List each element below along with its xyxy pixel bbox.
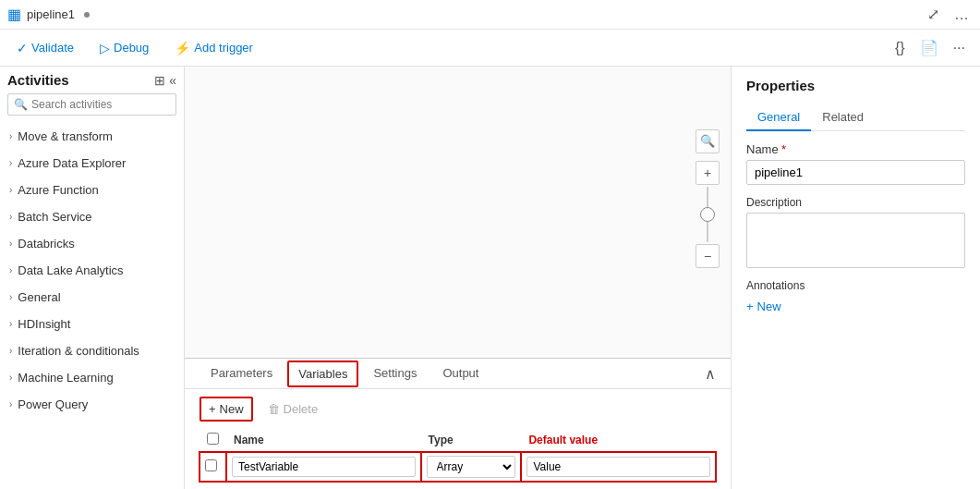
add-annotation-button[interactable]: + New: [746, 298, 965, 315]
tab-variables[interactable]: Variables: [287, 361, 358, 387]
doc-button[interactable]: 📄: [916, 35, 942, 60]
properties-title: Properties: [746, 78, 965, 93]
tab-settings-label: Settings: [373, 366, 417, 380]
props-tab-general[interactable]: General: [746, 104, 811, 131]
toolbar-more-button[interactable]: ···: [950, 36, 969, 60]
row-checkbox[interactable]: [205, 459, 217, 471]
table-header: Name Type Default value: [200, 429, 716, 452]
sidebar-item-label: Data Lake Analytics: [18, 263, 123, 277]
row-default-cell: [521, 452, 716, 483]
add-trigger-button[interactable]: ⚡ Add trigger: [169, 37, 259, 59]
validate-button[interactable]: ✓ Validate: [11, 37, 79, 59]
chevron-icon: ›: [9, 346, 12, 356]
new-icon: +: [209, 402, 216, 416]
chevron-icon: ›: [9, 212, 12, 222]
sidebar-item-label: Iteration & conditionals: [18, 344, 139, 358]
sidebar-item-databricks[interactable]: › Databricks: [0, 230, 184, 257]
collapse-button[interactable]: ∧: [705, 365, 716, 383]
sidebar-item-label: General: [18, 290, 60, 304]
props-tab-related[interactable]: Related: [811, 104, 875, 131]
description-label: Description: [746, 196, 965, 209]
tab-parameters-label: Parameters: [211, 366, 272, 380]
description-textarea[interactable]: [746, 213, 965, 268]
chevron-icon: ›: [9, 265, 12, 275]
th-type: Type: [421, 429, 522, 452]
select-all-checkbox[interactable]: [207, 433, 219, 445]
zoom-slider-thumb[interactable]: [700, 207, 715, 222]
chevron-icon: ›: [9, 158, 12, 168]
code-button[interactable]: {}: [891, 36, 909, 60]
delete-variable-button[interactable]: 🗑 Delete: [260, 398, 326, 420]
variables-table: Name Type Default value: [200, 429, 716, 482]
properties-panel: Properties General Related Name * Descri…: [731, 67, 980, 489]
chevron-icon: ›: [9, 319, 12, 329]
bottom-panel: Parameters Variables Settings Output ∧ +: [185, 358, 731, 489]
sidebar-title: Activities: [7, 72, 69, 88]
properties-tabs: General Related: [746, 104, 965, 131]
sidebar-item-label: Move & transform: [18, 129, 113, 143]
zoom-in-button[interactable]: +: [696, 161, 720, 185]
search-icon: 🔍: [14, 98, 28, 111]
variable-name-input[interactable]: [232, 457, 416, 477]
sidebar-header: Activities ⊞ «: [0, 67, 184, 93]
annotations-label: Annotations: [746, 279, 965, 292]
sidebar-item-azure-data-explorer[interactable]: › Azure Data Explorer: [0, 150, 184, 177]
row-name-cell: [226, 452, 421, 483]
sidebar-collapse-icon[interactable]: «: [169, 73, 176, 88]
debug-button[interactable]: ▷ Debug: [94, 37, 154, 59]
canvas-main[interactable]: 🔍 + −: [185, 67, 731, 358]
canvas-area: 🔍 + − Parameters Variables Settings: [185, 67, 731, 489]
sidebar-item-power-query[interactable]: › Power Query: [0, 391, 184, 418]
search-box: 🔍: [7, 93, 176, 116]
tab-settings[interactable]: Settings: [362, 359, 428, 389]
variable-type-select[interactable]: Array String Boolean: [427, 456, 516, 478]
canvas-controls: 🔍 + −: [696, 129, 720, 268]
unsaved-dot: [84, 12, 90, 18]
sidebar-item-general[interactable]: › General: [0, 284, 184, 311]
variable-default-input[interactable]: [526, 457, 710, 477]
sidebar-list: › Move & transform › Azure Data Explorer…: [0, 123, 184, 489]
tab-output[interactable]: Output: [431, 359, 490, 389]
name-label: Name *: [746, 142, 965, 156]
sidebar-header-icons: ⊞ «: [154, 73, 176, 88]
zoom-out-button[interactable]: −: [696, 244, 720, 268]
trigger-icon: ⚡: [175, 41, 190, 55]
sidebar-filter-icon[interactable]: ⊞: [154, 73, 165, 88]
name-input[interactable]: [746, 160, 965, 185]
topbar-more-button[interactable]: …: [950, 5, 973, 25]
table-body: Array String Boolean: [200, 452, 716, 483]
chevron-icon: ›: [9, 373, 12, 383]
name-required: *: [781, 142, 786, 156]
expand-button[interactable]: ⤢: [924, 4, 943, 25]
tab-output-label: Output: [442, 366, 478, 380]
sidebar-item-label: Azure Data Explorer: [18, 156, 126, 170]
sidebar-item-label: Machine Learning: [18, 371, 113, 385]
th-default-value: Default value: [521, 429, 716, 452]
sidebar-item-azure-function[interactable]: › Azure Function: [0, 177, 184, 203]
tab-parameters[interactable]: Parameters: [200, 359, 284, 389]
delete-icon: 🗑: [268, 402, 280, 416]
sidebar-item-machine-learning[interactable]: › Machine Learning: [0, 364, 184, 391]
main-layout: Activities ⊞ « 🔍 › Move & transform › Az…: [0, 67, 980, 489]
debug-label: Debug: [114, 41, 149, 55]
sidebar-item-iteration-conditionals[interactable]: › Iteration & conditionals: [0, 337, 184, 364]
table-row: Array String Boolean: [200, 452, 716, 483]
validate-icon: ✓: [17, 41, 28, 55]
zoom-slider-track: [707, 187, 708, 242]
sidebar-item-data-lake-analytics[interactable]: › Data Lake Analytics: [0, 257, 184, 284]
sidebar-item-batch-service[interactable]: › Batch Service: [0, 203, 184, 230]
sidebar-item-move-transform[interactable]: › Move & transform: [0, 123, 184, 150]
chevron-icon: ›: [9, 185, 12, 195]
th-checkbox: [200, 429, 226, 452]
canvas-search-button[interactable]: 🔍: [696, 129, 720, 153]
validate-label: Validate: [31, 41, 74, 55]
top-bar: ▦ pipeline1 ⤢ …: [0, 0, 980, 30]
th-name: Name: [226, 429, 421, 452]
row-checkbox-cell: [200, 452, 226, 483]
sidebar-item-label: Power Query: [18, 397, 88, 411]
add-trigger-label: Add trigger: [194, 41, 253, 55]
search-input[interactable]: [31, 98, 170, 111]
new-variable-button[interactable]: + New: [200, 397, 253, 422]
sidebar-item-hdinsight[interactable]: › HDInsight: [0, 311, 184, 337]
bottom-content: + New 🗑 Delete Name: [185, 389, 731, 489]
